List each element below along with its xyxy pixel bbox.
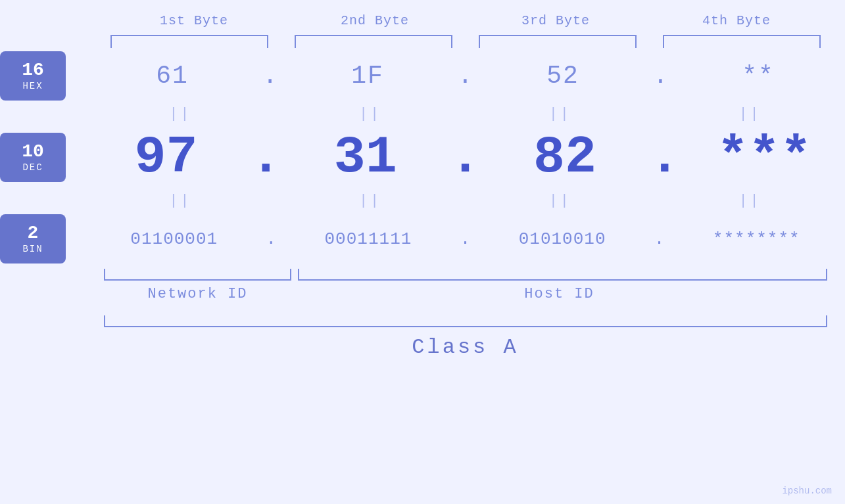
dec-label-box: 10 DEC	[0, 133, 66, 182]
top-brackets	[104, 35, 827, 48]
dec-b2: 31	[285, 127, 446, 187]
big-bracket	[104, 315, 827, 327]
hex-base-num: 16	[22, 61, 44, 80]
byte1-header: 1st Byte	[104, 13, 285, 28]
dec-dot2: .	[446, 127, 484, 187]
bin-b2: 00011111	[279, 229, 457, 249]
equals-b3-2: ||	[466, 193, 656, 209]
bin-b2-value: 00011111	[325, 229, 412, 249]
hex-dot1: .	[259, 62, 281, 90]
hex-label-box: 16 HEX	[0, 51, 66, 101]
bin-base-name: BIN	[22, 244, 43, 254]
byte-headers-row: 1st Byte 2nd Byte 3rd Byte 4th Byte	[104, 13, 827, 28]
dec-b4: ***	[684, 127, 845, 187]
equals-row-2: || || || ||	[0, 193, 845, 209]
hex-b2: 1F	[281, 62, 454, 90]
dec-row: 10 DEC 97 . 31 . 82 . ***	[0, 127, 845, 187]
bin-label-box: 2 BIN	[0, 214, 66, 263]
byte3-header: 3rd Byte	[466, 13, 646, 28]
bracket-b2	[288, 35, 459, 48]
big-bracket-row	[104, 315, 827, 327]
bin-dot1: .	[263, 229, 280, 249]
dec-b1: 97	[85, 127, 247, 187]
bin-b3: 01010010	[473, 229, 651, 249]
equals-b2-1: ||	[276, 106, 466, 122]
hex-b2-value: 1F	[351, 62, 384, 90]
class-label: Class A	[412, 335, 518, 359]
dec-dot1: .	[247, 127, 285, 187]
bin-b1: 01100001	[85, 229, 263, 249]
bin-bytes: 01100001 . 00011111 . 01010010 . *******…	[85, 229, 845, 249]
class-row: Class A	[104, 335, 827, 359]
watermark: ipshu.com	[782, 486, 832, 496]
hex-b3-value: 52	[546, 62, 579, 90]
bin-base-num: 2	[28, 224, 39, 242]
host-id-label: Host ID	[292, 286, 827, 302]
bracket-b3	[472, 35, 643, 48]
hex-bytes: 61 . 1F . 52 . **	[85, 62, 845, 90]
hex-row: 16 HEX 61 . 1F . 52 . **	[0, 51, 845, 101]
dec-b4-value: ***	[717, 127, 811, 187]
bin-b3-value: 01010010	[519, 229, 606, 249]
host-bracket	[298, 269, 827, 281]
equals-row-1: || || || ||	[0, 106, 845, 122]
dec-dot3: .	[646, 127, 684, 187]
byte4-header: 4th Byte	[646, 13, 827, 28]
byte2-header: 2nd Byte	[285, 13, 466, 28]
bin-b4-value: ********	[713, 229, 800, 249]
hex-dot2: .	[454, 62, 476, 90]
network-bracket	[104, 269, 291, 281]
bin-row: 2 BIN 01100001 . 00011111 . 01010010 . *…	[0, 214, 845, 263]
bin-b4: ********	[667, 229, 845, 249]
network-id-label: Network ID	[104, 286, 292, 302]
bin-dot3: .	[651, 229, 668, 249]
equals-b2-2: ||	[276, 193, 466, 209]
equals-b1-1: ||	[85, 106, 276, 122]
hex-base-name: HEX	[22, 81, 43, 91]
bin-b1-value: 01100001	[130, 229, 218, 249]
equals-b4-2: ||	[655, 193, 845, 209]
dec-b3-value: 82	[533, 127, 596, 187]
dec-base-num: 10	[22, 143, 44, 161]
id-labels-row: Network ID Host ID	[104, 286, 827, 302]
equals-b4-1: ||	[655, 106, 845, 122]
bracket-b4	[656, 35, 827, 48]
hex-b3: 52	[476, 62, 650, 90]
dec-b1-value: 97	[135, 127, 198, 187]
hex-b4-value: **	[742, 62, 775, 90]
hex-b1-value: 61	[156, 62, 189, 90]
hex-dot3: .	[650, 62, 671, 90]
bin-dot2: .	[457, 229, 474, 249]
dec-b2-value: 31	[334, 127, 397, 187]
dec-base-name: DEC	[22, 162, 43, 173]
hex-b1: 61	[85, 62, 259, 90]
hex-b4: **	[671, 62, 845, 90]
dec-b3: 82	[485, 127, 646, 187]
main-container: 1st Byte 2nd Byte 3rd Byte 4th Byte 16 H…	[0, 0, 845, 504]
bottom-brackets	[104, 269, 827, 281]
equals-b1-2: ||	[85, 193, 276, 209]
equals-b3-1: ||	[466, 106, 656, 122]
dec-bytes: 97 . 31 . 82 . ***	[85, 127, 845, 187]
bracket-b1	[104, 35, 275, 48]
